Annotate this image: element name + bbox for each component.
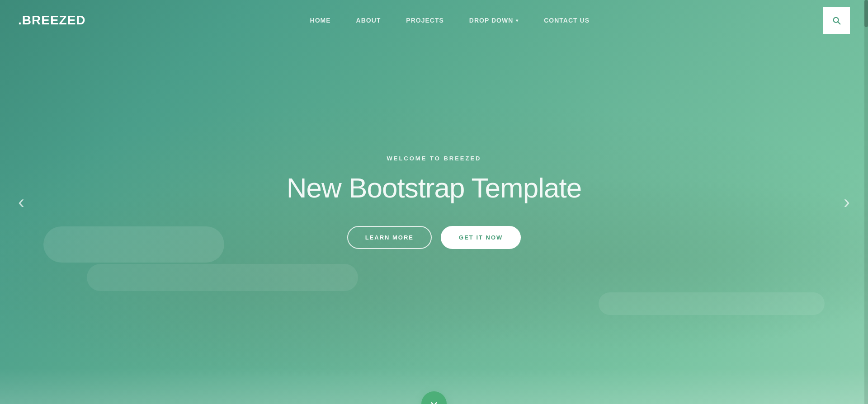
chevron-down-icon: ▾	[516, 18, 519, 23]
cloud-decoration-1	[43, 226, 224, 263]
search-icon	[831, 15, 841, 25]
chevron-down-icon	[429, 399, 439, 404]
scrollbar-thumb[interactable]	[864, 0, 868, 27]
sidebar-item-projects[interactable]: PROJECTS	[393, 16, 456, 24]
sidebar-item-contact[interactable]: CONTACT US	[531, 16, 602, 24]
hero-buttons: LEARN MORE GET IT NOW	[287, 226, 581, 249]
nav-link-home[interactable]: HOME	[297, 17, 344, 24]
nav-link-projects[interactable]: PROJECTS	[393, 17, 456, 24]
sidebar-item-home[interactable]: HOME	[297, 16, 344, 24]
scrollbar[interactable]	[864, 0, 868, 404]
hero-title: New Bootstrap Template	[287, 173, 581, 203]
nav-menu: HOME ABOUT PROJECTS DROP DOWN ▾ CONTACT …	[297, 16, 602, 24]
carousel-next-button[interactable]: ›	[835, 188, 859, 216]
navbar: .BREEZED HOME ABOUT PROJECTS DROP DOWN ▾…	[0, 0, 868, 41]
hero-content: WELCOME TO BREEZED New Bootstrap Templat…	[278, 155, 590, 249]
nav-link-contact[interactable]: CONTACT US	[531, 17, 602, 24]
hero-subtitle: WELCOME TO BREEZED	[287, 155, 581, 162]
sidebar-item-about[interactable]: ABOUT	[344, 16, 394, 24]
get-it-now-button[interactable]: GET IT NOW	[441, 226, 521, 249]
learn-more-button[interactable]: LEARN MORE	[347, 226, 432, 249]
brand-logo[interactable]: .BREEZED	[18, 13, 86, 28]
search-button[interactable]	[823, 7, 850, 34]
carousel-prev-button[interactable]: ‹	[9, 188, 33, 216]
scroll-down-button[interactable]	[421, 391, 447, 404]
cloud-decoration-2	[87, 264, 358, 291]
nav-link-dropdown[interactable]: DROP DOWN ▾	[457, 17, 531, 24]
nav-link-about[interactable]: ABOUT	[344, 17, 394, 24]
sidebar-item-dropdown[interactable]: DROP DOWN ▾	[457, 17, 531, 24]
hero-section: ‹ WELCOME TO BREEZED New Bootstrap Templ…	[0, 0, 868, 404]
cloud-decoration-3	[599, 292, 825, 315]
